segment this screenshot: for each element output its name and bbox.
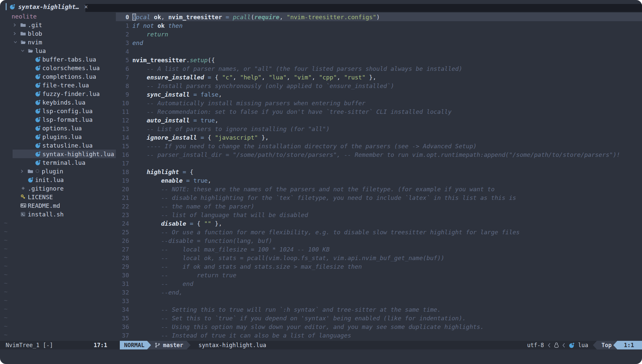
code-line-18[interactable]: 18 highlight = { xyxy=(116,167,642,176)
chevron-down-icon[interactable] xyxy=(13,41,21,44)
tree-item-plugin[interactable]: plugin xyxy=(0,167,116,175)
tabline-fill xyxy=(85,4,642,12)
code-line-35[interactable]: 35 -- Set this to `true` if you depend o… xyxy=(116,314,642,322)
code-line-37[interactable]: 37 -- Instead of true it can also be a l… xyxy=(116,331,642,340)
code-line-14[interactable]: 14 ignore_install = { "javascript" }, xyxy=(116,133,642,142)
code-line-8[interactable]: 8 -- Install parsers synchronously (only… xyxy=(116,81,642,90)
line-number: 10 xyxy=(116,100,129,107)
code-text: -- Recommendation: set to false if you d… xyxy=(132,108,452,115)
code-line-3[interactable]: 3end xyxy=(116,38,642,47)
code-line-23[interactable]: 23 -- list of language that will be disa… xyxy=(116,210,642,219)
code-text: -- Or use a function for more flexibilit… xyxy=(132,229,520,236)
code-text: ensure_installed = { "c", "help", "lua",… xyxy=(132,74,376,81)
code-line-26[interactable]: 26 --disable = function(lang, buf) xyxy=(116,236,642,245)
chevron-right-icon[interactable] xyxy=(21,169,28,173)
tree-item-LICENSE[interactable]: LICENSE xyxy=(0,193,116,201)
line-number: 5 xyxy=(116,57,129,64)
code-line-6[interactable]: 6 -- A list of parser names, or "all" (t… xyxy=(116,64,642,73)
tree-item-options.lua[interactable]: options.lua xyxy=(0,124,116,132)
code-line-0[interactable]: 0local ok, nvim_treesitter = pcall(requi… xyxy=(116,13,642,21)
empty-line-tilde: ~ xyxy=(0,253,116,261)
code-text: -- local max_filesize = 100 * 1024 -- 10… xyxy=(132,246,330,253)
code-line-9[interactable]: 9 sync_install = false, xyxy=(116,90,642,99)
code-line-31[interactable]: 31 -- end xyxy=(116,279,642,288)
code-line-5[interactable]: 5nvim_treesitter.setup({ xyxy=(116,56,642,64)
line-number: 22 xyxy=(116,203,129,210)
active-tab-indicator xyxy=(6,3,7,10)
code-line-29[interactable]: 29 -- if ok and stats and stats.size > m… xyxy=(116,262,642,271)
chevron-right-icon[interactable] xyxy=(13,31,21,36)
tree-item-buffer-tabs.lua[interactable]: buffer-tabs.lua xyxy=(0,55,116,64)
code-line-20[interactable]: 20 -- NOTE: these are the names of the p… xyxy=(116,185,642,193)
tree-item-label: syntax-highlight.lua xyxy=(42,151,114,158)
code-line-15[interactable]: 15 ---- If you need to change the instal… xyxy=(116,142,642,150)
chevron-down-icon[interactable] xyxy=(21,49,28,52)
code-line-2[interactable]: 2 return xyxy=(116,30,642,38)
tree-item-plugins.lua[interactable]: plugins.lua xyxy=(0,132,116,141)
tree-item-README.md[interactable]: README.md xyxy=(0,201,116,210)
code-line-12[interactable]: 12 auto_install = true, xyxy=(116,116,642,124)
code-line-10[interactable]: 10 -- Automatically install missing pars… xyxy=(116,99,642,107)
tree-item-blob[interactable]: blob xyxy=(0,29,116,38)
code-line-4[interactable]: 4 xyxy=(116,47,642,56)
code-line-11[interactable]: 11 -- Recommendation: set to false if yo… xyxy=(116,107,642,116)
tree-item-label: fuzzy-finder.lua xyxy=(42,90,100,97)
code-line-33[interactable]: 33 xyxy=(116,296,642,305)
code-line-24[interactable]: 24 disable = { "" }, xyxy=(116,219,642,228)
empty-line-tilde: ~ xyxy=(0,322,116,330)
tree-item-fuzzy-finder.lua[interactable]: fuzzy-finder.lua xyxy=(0,89,116,98)
code-line-34[interactable]: 34 -- Setting this to true will run `:h … xyxy=(116,305,642,314)
empty-line-tilde: ~ xyxy=(0,279,116,287)
code-line-25[interactable]: 25 -- Or use a function for more flexibi… xyxy=(116,228,642,236)
line-number: 6 xyxy=(116,65,129,72)
code-line-30[interactable]: 30 -- return true xyxy=(116,271,642,279)
code-line-28[interactable]: 28 -- local ok, stats = pcall(vim.loop.f… xyxy=(116,253,642,262)
tab-syntax-highlight[interactable]: syntax-highlight… × xyxy=(3,1,91,12)
tree-item-lsp-format.lua[interactable]: lsp-format.lua xyxy=(0,115,116,124)
code-line-36[interactable]: 36 -- Using this option may slow down yo… xyxy=(116,322,642,331)
tree-item-completions.lua[interactable]: completions.lua xyxy=(0,72,116,81)
tree-item-file-tree.lua[interactable]: file-tree.lua xyxy=(0,81,116,89)
tree-item-keybinds.lua[interactable]: keybinds.lua xyxy=(0,98,116,107)
tree-item-syntax-highlight.lua[interactable]: syntax-highlight.lua xyxy=(0,150,116,158)
tree-item-colorschemes.lua[interactable]: colorschemes.lua xyxy=(0,64,116,72)
code-line-17[interactable]: 17 xyxy=(116,159,642,167)
code-line-21[interactable]: 21 -- disable highlighting for the `tex`… xyxy=(116,193,642,202)
tree-item-label: buffer-tabs.lua xyxy=(42,56,96,63)
code-text: if not ok then xyxy=(132,22,183,29)
code-line-27[interactable]: 27 -- local max_filesize = 100 * 1024 --… xyxy=(116,245,642,253)
tree-item-install.sh[interactable]: install.sh xyxy=(0,210,116,218)
tree-item-label: lua xyxy=(35,47,46,54)
line-number: 37 xyxy=(116,332,129,339)
git-branch-segment[interactable]: master xyxy=(147,341,190,349)
line-number: 13 xyxy=(116,125,129,132)
code-line-22[interactable]: 22 -- the name of the parser) xyxy=(116,202,642,210)
tree-root-item[interactable]: neolite xyxy=(0,12,116,21)
code-line-32[interactable]: 32 --end, xyxy=(116,288,642,296)
tree-item-nvim[interactable]: nvim xyxy=(0,38,116,46)
tree-item-lua[interactable]: lua xyxy=(0,46,116,55)
code-text: -- NOTE: these are the names of the pars… xyxy=(132,186,495,193)
tree-item-.git[interactable]: .git xyxy=(0,21,116,29)
tree-item-statusline.lua[interactable]: statusline.lua xyxy=(0,141,116,150)
empty-line-tilde: ~ xyxy=(0,304,116,313)
code-line-1[interactable]: 1if not ok then xyxy=(116,21,642,30)
tree-item-terminal.lua[interactable]: terminal.lua xyxy=(0,158,116,167)
tree-item-init.lua[interactable]: init.lua xyxy=(0,175,116,184)
tree-item-label: plugin xyxy=(42,168,63,175)
chevron-left-icon xyxy=(548,343,551,348)
empty-line-tilde: ~ xyxy=(0,270,116,279)
line-number: 17 xyxy=(116,160,129,167)
close-icon[interactable]: × xyxy=(84,4,88,10)
lua-icon xyxy=(35,117,42,122)
tree-item-label: lsp-format.lua xyxy=(42,116,93,123)
chevron-right-icon[interactable] xyxy=(13,23,21,27)
code-line-13[interactable]: 13 -- List of parsers to ignore installi… xyxy=(116,124,642,133)
tree-item-lsp-config.lua[interactable]: lsp-config.lua xyxy=(0,107,116,115)
code-text: highlight = { xyxy=(132,168,193,175)
code-line-16[interactable]: 16 -- parser_install_dir = "/some/path/t… xyxy=(116,150,642,159)
code-line-7[interactable]: 7 ensure_installed = { "c", "help", "lua… xyxy=(116,73,642,81)
code-text: -- return true xyxy=(132,272,236,279)
tree-item-.gitignore[interactable]: .gitignore xyxy=(0,184,116,193)
code-line-19[interactable]: 19 enable = true, xyxy=(116,176,642,185)
